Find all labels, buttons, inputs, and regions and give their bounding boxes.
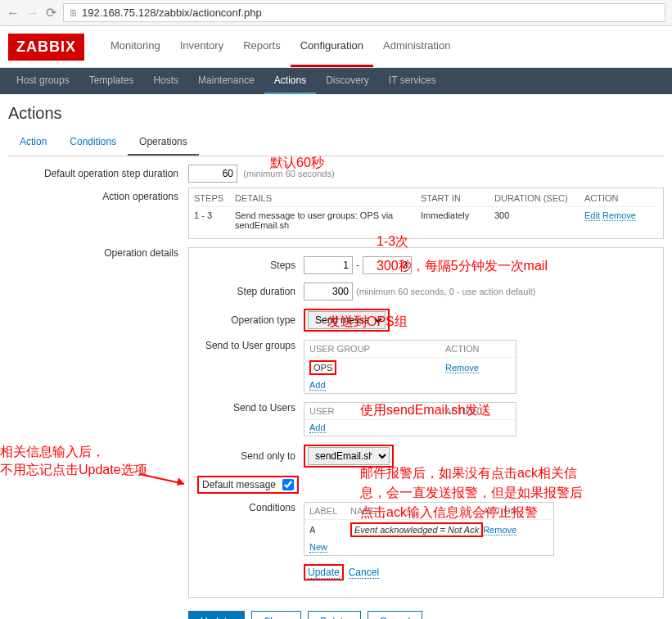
- col-duration-header: DURATION (SEC): [494, 193, 584, 203]
- action-operations-table: STEPS DETAILS START IN DURATION (SEC) AC…: [188, 188, 664, 239]
- select-send-only-to[interactable]: sendEmail.sh: [308, 447, 390, 465]
- cond-name: Event acknowledged = Not Ack: [350, 522, 483, 537]
- nav-administration[interactable]: Administration: [373, 26, 460, 67]
- ops-steps: 1 - 3: [194, 210, 235, 230]
- input-default-step-duration[interactable]: [188, 165, 237, 183]
- ops-start: Immediately: [421, 210, 494, 230]
- annotation-6: 相关信息输入后， 不用忘记点击Update选项: [0, 443, 147, 480]
- label-steps: Steps: [197, 260, 304, 271]
- col-steps-header: STEPS: [194, 193, 235, 203]
- clone-button[interactable]: Clone: [251, 611, 301, 619]
- tab-action[interactable]: Action: [8, 129, 58, 156]
- delete-button[interactable]: Delete: [308, 611, 361, 619]
- back-icon[interactable]: ←: [7, 6, 20, 20]
- usergroup-header: USER GROUP: [309, 344, 445, 354]
- url-text: 192.168.75.128/zabbix/actionconf.php: [82, 7, 262, 19]
- cond-label-header: LABEL: [309, 506, 350, 516]
- nav-inventory[interactable]: Inventory: [170, 26, 233, 67]
- label-send-only-to: Send only to: [197, 450, 304, 462]
- label-conditions: Conditions: [197, 502, 304, 513]
- annotation-7: 邮件报警后，如果没有点击ack相关信 息，会一直发送报警，但是如果报警后 点击a…: [360, 463, 583, 522]
- usergroup-value: OPS: [309, 360, 336, 375]
- label-step-duration: Step duration: [197, 286, 304, 297]
- cancel-button[interactable]: Cancel: [368, 611, 422, 619]
- subnav-hostgroups[interactable]: Host groups: [7, 68, 79, 94]
- checkbox-default-message[interactable]: [282, 479, 294, 490]
- ops-duration: 300: [494, 210, 584, 230]
- label-operation-type: Operation type: [197, 314, 304, 326]
- label-default-step-duration: Default operation step duration: [8, 165, 188, 179]
- file-icon: 🗎: [69, 7, 79, 19]
- subnav-maintenance[interactable]: Maintenance: [188, 68, 264, 94]
- label-default-message: Default message: [202, 479, 282, 490]
- annotation-1: 默认60秒: [270, 155, 324, 172]
- ops-row: 1 - 3 Send message to user groups: OPS v…: [194, 207, 658, 233]
- input-steps-from[interactable]: [304, 256, 353, 274]
- nav-monitoring[interactable]: Monitoring: [101, 26, 170, 67]
- tab-conditions[interactable]: Conditions: [58, 129, 128, 156]
- usergroup-action-header: ACTION: [445, 344, 511, 354]
- bottom-buttons: Update Clone Delete Cancel: [188, 611, 664, 619]
- ops-edit-link[interactable]: Edit: [584, 210, 600, 221]
- sub-nav: Host groups Templates Hosts Maintenance …: [0, 68, 672, 94]
- inner-cancel-link[interactable]: Cancel: [349, 567, 379, 579]
- cond-remove-link[interactable]: Remove: [483, 525, 516, 535]
- usergroup-remove-link[interactable]: Remove: [445, 363, 479, 373]
- hint-step-duration: (minimum 60 seconds, 0 - use action defa…: [356, 287, 536, 296]
- page-title: Actions: [0, 94, 672, 129]
- tabs: Action Conditions Operations: [8, 129, 664, 156]
- nav-configuration[interactable]: Configuration: [291, 26, 373, 67]
- usergroup-add-link[interactable]: Add: [309, 380, 326, 391]
- col-details-header: DETAILS: [235, 193, 421, 203]
- col-action-header: ACTION: [584, 193, 658, 203]
- nav-reports[interactable]: Reports: [233, 26, 291, 67]
- subnav-actions[interactable]: Actions: [264, 68, 316, 94]
- operation-details-box: Steps - Step duration (minimum 60 second…: [188, 247, 664, 598]
- annotation-2: 1-3次: [377, 233, 408, 251]
- forward-icon[interactable]: →: [26, 6, 39, 20]
- arrow-icon: [139, 468, 196, 492]
- annotation-5: 使用sendEmail.sh发送: [360, 402, 491, 419]
- svg-line-0: [139, 474, 184, 484]
- col-start-header: START IN: [421, 193, 494, 203]
- update-button[interactable]: Update: [188, 611, 245, 619]
- annotation-4: 发送到OPS组: [327, 314, 408, 331]
- form-area: Default operation step duration (minimum…: [0, 156, 672, 619]
- input-step-duration[interactable]: [304, 282, 353, 300]
- subnav-discovery[interactable]: Discovery: [316, 68, 379, 94]
- inner-update-link[interactable]: Update: [308, 567, 340, 579]
- tab-operations[interactable]: Operations: [128, 129, 199, 156]
- label-send-user-groups: Send to User groups: [197, 340, 304, 351]
- user-add-link[interactable]: Add: [309, 422, 326, 433]
- annotation-3: 300秒，每隔5分钟发一次mail: [377, 258, 548, 275]
- cond-new-link[interactable]: New: [309, 542, 327, 553]
- url-bar[interactable]: 🗎 192.168.75.128/zabbix/actionconf.php: [63, 3, 665, 22]
- logo[interactable]: ZABBIX: [8, 34, 84, 61]
- main-nav: ZABBIX Monitoring Inventory Reports Conf…: [0, 26, 672, 68]
- ops-remove-link[interactable]: Remove: [602, 210, 636, 221]
- reload-icon[interactable]: ⟳: [46, 5, 56, 20]
- main-nav-items: Monitoring Inventory Reports Configurati…: [101, 26, 460, 67]
- browser-toolbar: ← → ⟳ 🗎 192.168.75.128/zabbix/actionconf…: [0, 0, 672, 26]
- user-groups-table: USER GROUP ACTION OPS Remove Add: [304, 340, 516, 394]
- label-send-users: Send to Users: [197, 402, 304, 413]
- subnav-itservices[interactable]: IT services: [379, 68, 446, 94]
- ops-details: Send message to user groups: OPS via sen…: [235, 210, 421, 230]
- label-action-operations: Action operations: [8, 188, 188, 202]
- subnav-templates[interactable]: Templates: [79, 68, 144, 94]
- label-operation-details: Operation details: [8, 244, 188, 259]
- cond-label: A: [309, 525, 350, 535]
- subnav-hosts[interactable]: Hosts: [143, 68, 188, 94]
